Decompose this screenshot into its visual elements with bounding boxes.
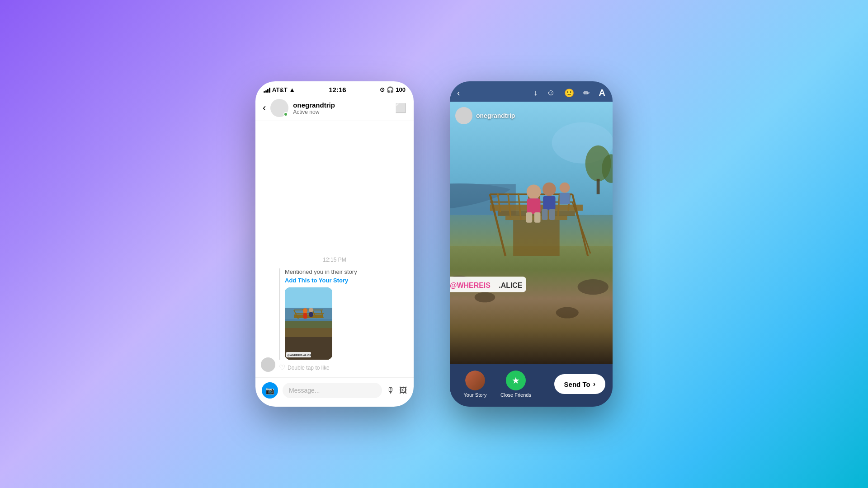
double-tap-label: Double tap to like xyxy=(288,365,330,371)
sender-avatar xyxy=(261,357,275,372)
active-indicator xyxy=(283,112,288,117)
thumbnail-image: @WHEREIS.ALICE xyxy=(285,287,332,360)
message-input[interactable]: Message... xyxy=(283,383,382,398)
user-status: Active now xyxy=(293,109,391,115)
svg-rect-13 xyxy=(303,313,307,319)
carrier-label: AT&T xyxy=(272,86,288,93)
left-phone: AT&T ▲ 12:16 ⊙ 🎧 100 ‹ onegrandtrip Acti… xyxy=(255,81,414,407)
gallery-icon[interactable]: 🖼 xyxy=(399,386,407,395)
right-phone: ‹ ↓ ☺ 🙂 ✏ A onegrandtrip xyxy=(450,81,613,407)
your-story-button[interactable]: Your Story xyxy=(457,371,493,398)
svg-rect-29 xyxy=(513,220,560,256)
status-bar: AT&T ▲ 12:16 ⊙ 🎧 100 xyxy=(255,81,414,95)
message-timestamp: 12:15 PM xyxy=(261,257,408,263)
back-button[interactable]: ‹ xyxy=(263,102,266,114)
input-icons: 🎙 🖼 xyxy=(387,386,407,395)
headphone-icon: 🎧 xyxy=(387,86,394,93)
story-svg: @WHEREIS .ALICE xyxy=(450,102,613,364)
your-story-label: Your Story xyxy=(464,392,487,398)
status-left: AT&T ▲ xyxy=(264,86,295,93)
message-row: Mentioned you in their story Add This to… xyxy=(261,268,408,372)
svg-text:.ALICE: .ALICE xyxy=(499,282,522,289)
wifi-icon: ▲ xyxy=(289,86,295,93)
svg-text:@WHEREIS: @WHEREIS xyxy=(450,282,491,289)
mention-text: Mentioned you in their story xyxy=(285,268,357,275)
alarm-icon: ⊙ xyxy=(380,86,385,93)
chat-body: 12:15 PM Mentioned you in their story Ad… xyxy=(255,121,414,377)
story-user-avatar xyxy=(455,107,472,124)
heart-like[interactable]: ♡ Double tap to like xyxy=(279,363,357,372)
svg-rect-44 xyxy=(527,198,541,214)
svg-point-51 xyxy=(560,183,570,193)
svg-point-24 xyxy=(578,279,609,295)
story-content: onegrandtrip xyxy=(450,102,613,364)
thumbnail-svg: @WHEREIS.ALICE xyxy=(285,287,332,360)
story-bottom-bar: Your Story ★ Close Friends Send To › xyxy=(450,364,613,407)
svg-point-43 xyxy=(527,184,541,199)
svg-rect-45 xyxy=(526,212,533,223)
your-story-avatar xyxy=(465,371,485,390)
svg-point-14 xyxy=(309,308,313,312)
signal-icon xyxy=(264,87,270,93)
svg-text:@WHEREIS.ALICE: @WHEREIS.ALICE xyxy=(287,354,311,357)
story-top-bar: ‹ ↓ ☺ 🙂 ✏ A xyxy=(450,81,613,102)
heart-icon: ♡ xyxy=(279,363,285,372)
svg-rect-54 xyxy=(597,179,600,194)
svg-point-25 xyxy=(556,307,579,319)
back-icon[interactable]: ‹ xyxy=(457,88,460,98)
chat-input-bar: 📷 Message... 🎙 🖼 xyxy=(255,377,414,407)
story-top-actions: ↓ ☺ 🙂 ✏ A xyxy=(533,88,605,98)
battery-label: 100 xyxy=(396,86,406,93)
story-image: @WHEREIS .ALICE xyxy=(450,102,613,364)
mic-icon[interactable]: 🎙 xyxy=(387,386,395,395)
svg-rect-48 xyxy=(543,196,555,210)
send-to-label: Send To xyxy=(564,380,590,388)
close-friends-label: Close Friends xyxy=(500,392,531,398)
svg-point-47 xyxy=(542,183,556,196)
story-thumbnail[interactable]: @WHEREIS.ALICE xyxy=(285,287,332,360)
svg-rect-5 xyxy=(294,314,323,318)
svg-rect-52 xyxy=(560,193,570,204)
face-effect-icon[interactable]: ☺ xyxy=(547,88,555,98)
add-story-link[interactable]: Add This to Your Story xyxy=(285,277,357,284)
draw-icon[interactable]: ✏ xyxy=(583,88,590,98)
send-arrow-icon: › xyxy=(593,380,595,388)
svg-rect-15 xyxy=(309,312,313,317)
svg-point-12 xyxy=(303,308,307,314)
svg-rect-50 xyxy=(549,209,555,220)
text-icon[interactable]: A xyxy=(599,88,605,98)
chat-header: ‹ onegrandtrip Active now ⬜ xyxy=(255,95,414,121)
username: onegrandtrip xyxy=(293,101,391,109)
clock: 12:16 xyxy=(329,86,346,94)
svg-rect-49 xyxy=(542,209,548,220)
send-to-button[interactable]: Send To › xyxy=(554,374,605,394)
story-user-row: onegrandtrip xyxy=(455,107,515,124)
user-info: onegrandtrip Active now xyxy=(293,101,391,115)
avatar xyxy=(270,99,288,117)
video-call-icon[interactable]: ⬜ xyxy=(395,103,406,113)
sticker-icon[interactable]: 🙂 xyxy=(564,88,574,98)
story-mention: Mentioned you in their story Add This to… xyxy=(279,268,357,360)
close-friends-icon: ★ xyxy=(506,371,526,390)
status-right: ⊙ 🎧 100 xyxy=(380,86,406,93)
close-friends-button[interactable]: ★ Close Friends xyxy=(493,371,538,398)
svg-point-23 xyxy=(475,292,495,303)
story-username: onegrandtrip xyxy=(476,112,515,119)
svg-rect-21 xyxy=(450,246,613,364)
download-icon[interactable]: ↓ xyxy=(533,88,538,98)
camera-button[interactable]: 📷 xyxy=(262,382,278,399)
svg-rect-46 xyxy=(534,212,541,223)
